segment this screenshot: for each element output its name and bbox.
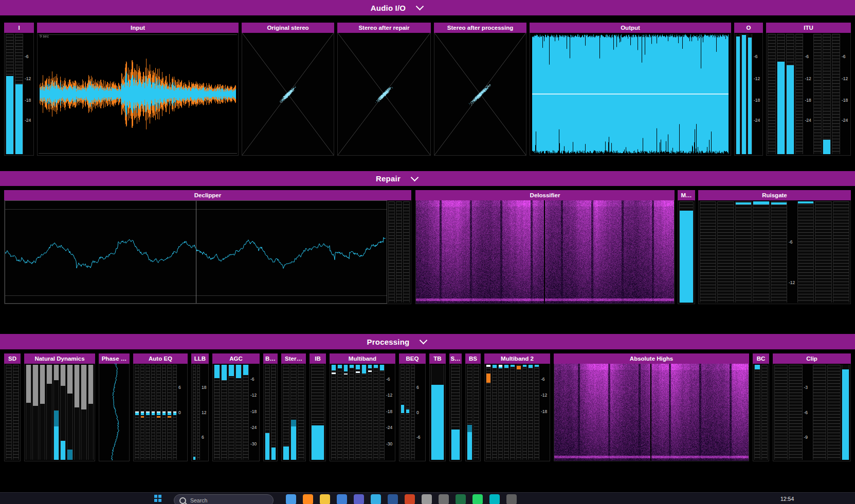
meter-column bbox=[753, 201, 769, 303]
meter-column bbox=[355, 365, 360, 460]
meter-scale-label: -24 bbox=[386, 425, 392, 430]
taskbar-icon-powerpoint[interactable] bbox=[405, 494, 415, 504]
panel-phase-header[interactable]: Phase … bbox=[99, 353, 130, 364]
meter-scale: -3-6-9 bbox=[804, 365, 812, 460]
taskbar-icon-word[interactable] bbox=[388, 494, 398, 504]
panel-absolute-highs-header[interactable]: Absolute Highs bbox=[554, 353, 749, 364]
ruisgate-meter: -6-12 bbox=[698, 200, 851, 304]
panel-ster-header[interactable]: Ster… bbox=[281, 353, 306, 364]
meter-column bbox=[486, 365, 491, 460]
input-waveform-display: 9 sec bbox=[37, 33, 239, 156]
panel-beq-header[interactable]: BEQ bbox=[399, 353, 426, 364]
panel-bc-header[interactable]: BC bbox=[753, 353, 769, 364]
meter-column bbox=[197, 365, 200, 460]
panel-clip-header[interactable]: Clip bbox=[773, 353, 851, 364]
meter-column bbox=[298, 365, 304, 460]
panel-input-header[interactable]: Input bbox=[37, 23, 239, 33]
taskbar-icon-whatsapp[interactable] bbox=[472, 494, 483, 504]
panel-original-stereo-header[interactable]: Original stereo bbox=[242, 23, 334, 33]
panel-multiband-header[interactable]: Multiband bbox=[330, 353, 395, 364]
absolute-highs-spectrogram bbox=[554, 364, 749, 461]
search-icon bbox=[179, 497, 186, 504]
panel-stereo-after-processing-header[interactable]: Stereo after processing bbox=[434, 23, 526, 33]
panel-sd-title: SD bbox=[8, 356, 16, 362]
panel-declipper-header[interactable]: Declipper bbox=[4, 190, 411, 200]
multiband2-meter: -6-12-18 bbox=[484, 364, 550, 461]
meter-scale: -6-12-18-24 bbox=[753, 34, 761, 154]
taskbar-icon-edge[interactable] bbox=[371, 494, 381, 504]
panel-agc-title: AGC bbox=[229, 356, 243, 362]
taskbar-icon-photos[interactable] bbox=[337, 494, 347, 504]
meter-column bbox=[193, 365, 196, 460]
panel-multiband2-title: Multiband 2 bbox=[501, 356, 534, 362]
panel-natural-dynamics-header[interactable]: Natural Dynamics bbox=[24, 353, 95, 364]
panel-output-header[interactable]: Output bbox=[530, 23, 731, 33]
section-bar-processing[interactable]: Processing bbox=[0, 334, 855, 349]
panel-s-header[interactable]: S… bbox=[449, 353, 462, 364]
start-button[interactable] bbox=[154, 495, 161, 502]
meter-column bbox=[361, 365, 367, 460]
taskbar-icon-excel[interactable] bbox=[456, 494, 466, 504]
meter-scale: 18126 bbox=[201, 365, 209, 460]
meter-scale-label: -6 bbox=[842, 54, 846, 59]
meter-column bbox=[162, 365, 167, 460]
panel-bs-header[interactable]: BS bbox=[465, 353, 481, 364]
meter-scale-label: -24 bbox=[805, 118, 811, 123]
meter-column bbox=[6, 365, 12, 460]
taskbar-icon-app-gray-2[interactable] bbox=[439, 494, 449, 504]
meter-scale-label: 6 bbox=[416, 385, 419, 390]
panel-ruisgate-title: Ruisgate bbox=[762, 192, 787, 198]
panel-input-title: Input bbox=[131, 25, 145, 31]
taskbar-search[interactable]: Search bbox=[174, 494, 274, 504]
panel-auto-eq-header[interactable]: Auto EQ bbox=[133, 353, 188, 364]
taskbar-icon-app-teal[interactable] bbox=[489, 494, 500, 504]
meter-column bbox=[832, 34, 840, 154]
meter-column bbox=[528, 365, 533, 460]
panel-stereo-after-repair-header[interactable]: Stereo after repair bbox=[337, 23, 431, 33]
meter-scale-label: -9 bbox=[804, 435, 808, 440]
taskbar-icon-files[interactable] bbox=[320, 494, 330, 504]
panel-sd-header[interactable]: SD bbox=[4, 353, 21, 364]
taskbar-icon-teams[interactable] bbox=[354, 494, 364, 504]
panel-tb-header[interactable]: TB bbox=[429, 353, 446, 364]
taskbar-icon-app-gray-3[interactable] bbox=[506, 494, 517, 504]
panel-multiband2-header[interactable]: Multiband 2 bbox=[484, 353, 550, 364]
panel-itu-header[interactable]: ITU bbox=[766, 23, 851, 33]
taskbar-clock[interactable]: 12:54 bbox=[780, 496, 794, 502]
panel-llb-header[interactable]: LLB bbox=[191, 353, 209, 364]
meter-scale-label: -6 bbox=[25, 54, 29, 59]
meter-scale-label: -18 bbox=[541, 409, 547, 414]
panel-itu-title: ITU bbox=[804, 25, 813, 31]
panel-bc: BC bbox=[753, 353, 769, 461]
meter-scale-label: -12 bbox=[789, 280, 795, 285]
meter-scale-label: -12 bbox=[541, 393, 547, 398]
panel-absolute-highs-title: Absolute Highs bbox=[630, 356, 673, 362]
panel-m-header[interactable]: M… bbox=[678, 190, 695, 200]
section-bar-repair[interactable]: Repair bbox=[0, 171, 855, 186]
bc-meter bbox=[753, 364, 769, 461]
taskbar-icon-firefox[interactable] bbox=[303, 494, 313, 504]
panel-o-header[interactable]: O bbox=[734, 23, 763, 33]
windows-logo-icon bbox=[154, 495, 161, 502]
section-bar-audio-io[interactable]: Audio I/O bbox=[0, 0, 855, 15]
panel-b-header[interactable]: B… bbox=[263, 353, 278, 364]
meter-column bbox=[214, 365, 220, 460]
meter-scale-label: -12 bbox=[25, 76, 31, 81]
panel-i-header[interactable]: I bbox=[4, 23, 34, 33]
panel-agc-header[interactable]: AGC bbox=[212, 353, 260, 364]
meter-scale-label: -18 bbox=[25, 98, 31, 103]
taskbar-icon-app-gray-1[interactable] bbox=[422, 494, 432, 504]
taskbar-icon-mail[interactable] bbox=[286, 494, 296, 504]
meter-column bbox=[135, 365, 139, 460]
panel-ib-header[interactable]: IB bbox=[310, 353, 326, 364]
s-meter bbox=[449, 364, 462, 461]
panel-delossifier-header[interactable]: Delossifier bbox=[415, 190, 675, 200]
meter-column bbox=[516, 365, 521, 460]
panel-ruisgate-header[interactable]: Ruisgate bbox=[698, 190, 851, 200]
meter-scale: 60 bbox=[178, 365, 186, 460]
panel-multiband: Multiband -6-12-18-24-30 bbox=[330, 353, 395, 461]
meter-scale-label: -30 bbox=[386, 441, 392, 446]
meter-scale-label: -6 bbox=[416, 435, 421, 440]
panel-bc-title: BC bbox=[757, 356, 766, 362]
meter-column bbox=[349, 365, 354, 460]
